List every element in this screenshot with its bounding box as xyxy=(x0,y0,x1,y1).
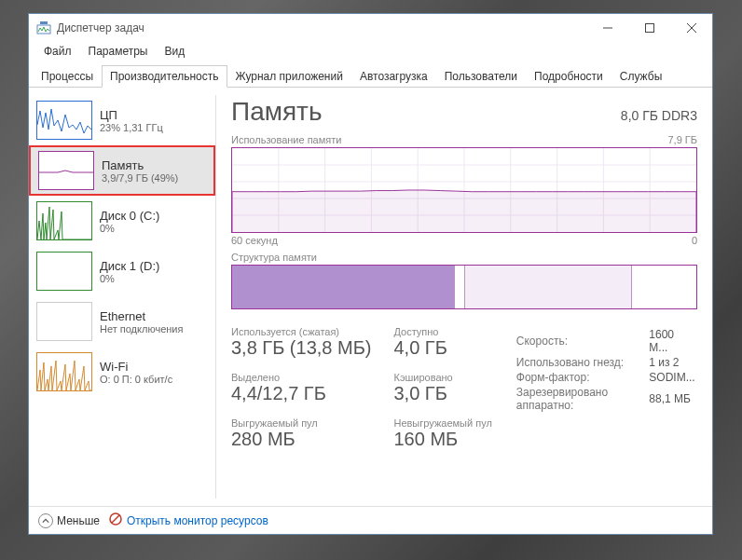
menu-options[interactable]: Параметры xyxy=(81,43,156,60)
page-title: Память xyxy=(231,97,323,127)
window-title: Диспетчер задач xyxy=(57,21,586,34)
hw-val: 88,1 МБ xyxy=(649,386,695,412)
tab-performance[interactable]: Производительность xyxy=(102,65,227,88)
wifi-sub: O: 0 П: 0 кбит/с xyxy=(100,374,172,385)
usage-label: Использование памяти xyxy=(231,134,341,145)
sidebar-item-memory[interactable]: Память 3,9/7,9 ГБ (49%) xyxy=(29,145,215,196)
avail-label: Доступно xyxy=(393,326,491,337)
tab-services[interactable]: Службы xyxy=(611,65,670,88)
sidebar: ЦП 23% 1,31 ГГц Память 3,9/7,9 ГБ (49%) xyxy=(29,88,215,506)
used-label: Используется (сжатая) xyxy=(231,326,371,337)
resource-monitor-icon xyxy=(109,512,122,528)
nonpaged-val: 160 МБ xyxy=(393,429,491,450)
wifi-label: Wi-Fi xyxy=(100,360,172,374)
main-panel: Память 8,0 ГБ DDR3 Использование памяти … xyxy=(216,88,712,506)
memory-capacity: 8,0 ГБ DDR3 xyxy=(621,108,697,123)
resmon-label: Открыть монитор ресурсов xyxy=(127,514,268,527)
footer: Меньше Открыть монитор ресурсов xyxy=(29,506,712,534)
open-resource-monitor-link[interactable]: Открыть монитор ресурсов xyxy=(109,512,268,528)
svg-rect-1 xyxy=(40,21,48,24)
disk0-label: Диск 0 (C:) xyxy=(100,209,159,223)
memory-details-table: Скорость:1600 М... Использовано гнезд:1 … xyxy=(515,326,697,414)
memory-thumb-icon xyxy=(38,151,94,190)
tab-processes[interactable]: Процессы xyxy=(33,65,102,88)
nonpaged-label: Невыгружаемый пул xyxy=(393,417,491,429)
cpu-label: ЦП xyxy=(100,108,163,122)
form-label: Форм-фактор: xyxy=(516,371,648,384)
used-val: 3,8 ГБ (13,8 МБ) xyxy=(231,337,371,359)
chart-x-left: 60 секунд xyxy=(231,235,278,246)
tabbar: Процессы Производительность Журнал прило… xyxy=(29,64,712,88)
tab-startup[interactable]: Автозагрузка xyxy=(351,65,436,88)
disk1-label: Диск 1 (D:) xyxy=(100,259,159,273)
ethernet-thumb-icon xyxy=(36,302,92,341)
fewer-details-button[interactable]: Меньше xyxy=(38,513,100,528)
memory-struct-chart[interactable] xyxy=(231,265,697,309)
menu-view[interactable]: Вид xyxy=(157,43,192,60)
cached-label: Кэшировано xyxy=(393,372,491,383)
chart-x-right: 0 xyxy=(692,235,697,246)
close-button[interactable] xyxy=(670,14,712,42)
cpu-sub: 23% 1,31 ГГц xyxy=(100,122,163,133)
struct-used xyxy=(232,266,455,308)
commit-val: 4,4/12,7 ГБ xyxy=(231,383,371,404)
sidebar-item-disk1[interactable]: Диск 1 (D:) 0% xyxy=(29,246,215,296)
speed-val: 1600 М... xyxy=(649,328,695,354)
memory-usage-chart[interactable] xyxy=(231,147,697,233)
svg-line-20 xyxy=(112,515,119,523)
chevron-up-icon xyxy=(38,513,53,528)
disk1-sub: 0% xyxy=(100,273,159,284)
ethernet-sub: Нет подключения xyxy=(100,323,183,335)
menubar: Файл Параметры Вид xyxy=(29,42,712,61)
sidebar-item-wifi[interactable]: Wi-Fi O: 0 П: 0 кбит/с xyxy=(29,347,215,397)
app-icon xyxy=(36,20,51,35)
commit-label: Выделено xyxy=(231,372,371,383)
disk0-sub: 0% xyxy=(100,223,159,234)
hw-label: Зарезервировано аппаратно: xyxy=(516,386,648,412)
fewer-label: Меньше xyxy=(57,514,100,527)
struct-label: Структура памяти xyxy=(231,252,317,263)
svg-rect-3 xyxy=(645,24,653,33)
usage-max: 7,9 ГБ xyxy=(667,134,697,145)
disk1-thumb-icon xyxy=(36,252,92,291)
sidebar-item-ethernet[interactable]: Ethernet Нет подключения xyxy=(29,296,215,347)
maximize-button[interactable] xyxy=(628,14,670,42)
slots-val: 1 из 2 xyxy=(649,356,695,369)
tab-apphistory[interactable]: Журнал приложений xyxy=(227,65,351,88)
struct-mod xyxy=(455,266,465,308)
wifi-thumb-icon xyxy=(36,352,92,391)
ethernet-label: Ethernet xyxy=(100,309,183,323)
cpu-thumb-icon xyxy=(36,101,92,140)
titlebar[interactable]: Диспетчер задач xyxy=(29,14,712,42)
struct-standby xyxy=(465,266,632,308)
form-val: SODIM... xyxy=(649,371,695,384)
tab-users[interactable]: Пользователи xyxy=(436,65,526,88)
minimize-button[interactable] xyxy=(586,14,628,42)
memory-label: Память xyxy=(102,158,178,172)
speed-label: Скорость: xyxy=(516,328,648,354)
menu-file[interactable]: Файл xyxy=(36,43,79,60)
task-manager-window: Диспетчер задач Файл Параметры Вид Проце… xyxy=(28,13,713,535)
sidebar-item-disk0[interactable]: Диск 0 (C:) 0% xyxy=(29,196,215,246)
memory-sub: 3,9/7,9 ГБ (49%) xyxy=(102,172,178,184)
paged-label: Выгружаемый пул xyxy=(231,417,371,429)
slots-label: Использовано гнезд: xyxy=(516,356,648,369)
paged-val: 280 МБ xyxy=(231,429,371,450)
struct-free xyxy=(632,266,696,308)
sidebar-item-cpu[interactable]: ЦП 23% 1,31 ГГц xyxy=(29,95,215,145)
disk0-thumb-icon xyxy=(36,201,92,240)
cached-val: 3,0 ГБ xyxy=(393,383,491,404)
tab-details[interactable]: Подробности xyxy=(526,65,611,88)
avail-val: 4,0 ГБ xyxy=(393,337,491,359)
